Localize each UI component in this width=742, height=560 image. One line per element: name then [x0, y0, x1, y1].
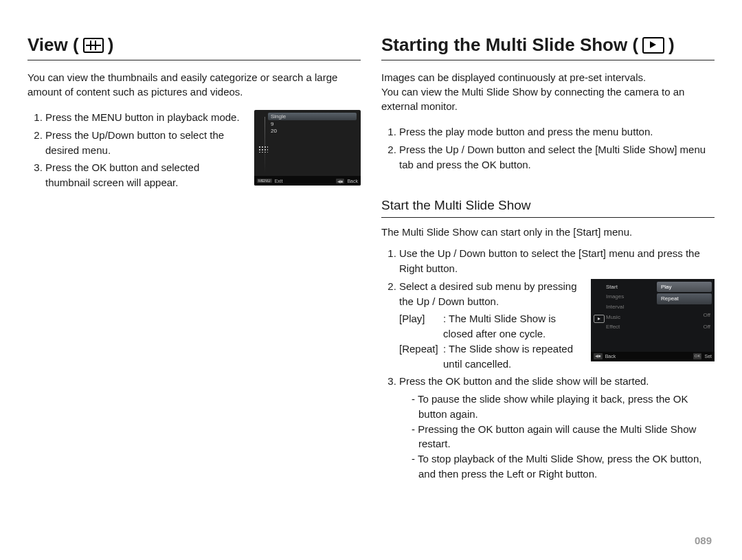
view-title-suffix: )	[108, 34, 114, 56]
note-pause: - To pause the slide show while playing …	[412, 392, 715, 422]
grid-icon-small	[258, 146, 268, 153]
repeat-term: [Repeat]	[399, 341, 439, 372]
start-slideshow-subtitle: Start the Multi Slide Show	[381, 198, 715, 218]
manual-page: View ( ) You can view the thumbnails and…	[0, 0, 742, 560]
view-steps: Press the MENU button in playback mode. …	[27, 110, 246, 193]
start-step-2-text: Select a desired sub menu by pressing th…	[399, 280, 576, 307]
page-number: 089	[695, 535, 712, 546]
play-icon	[642, 37, 664, 54]
back-key-2: ◀■	[594, 353, 603, 359]
view-heading: View ( )	[27, 34, 361, 60]
slideshow-step-1: Press the play mode button and press the…	[399, 124, 715, 139]
start-steps: Use the Up / Down button to select the […	[381, 246, 715, 389]
slideshow-top-steps: Press the play mode button and press the…	[381, 124, 715, 172]
back-key: ◀■	[336, 179, 345, 183]
slideshow-title-prefix: Starting the Multi Slide Show (	[381, 34, 638, 56]
slideshow-title-suffix: )	[668, 34, 675, 56]
view-intro: You can view the thumbnails and easily c…	[27, 70, 361, 99]
set-label: Set	[704, 353, 712, 360]
right-column: Starting the Multi Slide Show ( ) Images…	[381, 34, 715, 539]
slideshow-heading: Starting the Multi Slide Show ( )	[381, 34, 715, 60]
slideshow-screenshot: Start Images Interval Music Effect Play …	[591, 279, 715, 361]
option-play: Play	[657, 282, 712, 293]
back-label-2: Back	[605, 353, 616, 360]
slideshow-step-2: Press the Up / Down button and select th…	[399, 142, 715, 172]
view-title-prefix: View (	[27, 34, 79, 56]
view-screenshot: Single 9 20 MENU Exit ◀■ Back	[254, 110, 361, 186]
menu-start: Start	[606, 283, 650, 291]
val-music: Off	[657, 311, 712, 320]
start-step-1: Use the Up / Down button to select the […	[399, 246, 715, 276]
play-def: : The Multi Slide Show is closed after o…	[443, 311, 584, 341]
view-step-2: Press the Up/Down button to select the d…	[45, 128, 246, 158]
menu-images: Images	[606, 293, 650, 301]
slideshow-intro2: You can view the Multi Slide Show by con…	[381, 85, 715, 113]
menu-interval: Interval	[606, 303, 650, 311]
val-effect: Off	[657, 323, 712, 331]
start-sub-intro: The Multi Slide Show can start only in t…	[381, 225, 715, 239]
note-stop: - To stop playback of the Multi Slide Sh…	[412, 451, 715, 482]
view-step-1: Press the MENU button in playback mode.	[45, 110, 246, 125]
ok-key: OK	[693, 353, 702, 359]
grid-icon	[83, 38, 104, 53]
view-thumb-bottom-bar: MENU Exit ◀■ Back	[254, 176, 361, 186]
play-term: [Play]	[399, 311, 439, 341]
slideshow-thumb-bottom-bar: ◀■ Back OK Set	[591, 352, 715, 361]
menu-item-9: 9	[271, 121, 357, 127]
start-step-3: Press the OK button and the slide show w…	[399, 374, 715, 389]
view-step-3: Press the OK button and selected thumbna…	[45, 160, 246, 190]
option-repeat: Repeat	[657, 293, 712, 304]
view-steps-wrap: Press the MENU button in playback mode. …	[27, 110, 361, 193]
menu-tree-line	[265, 117, 265, 173]
repeat-def: : The Slide show is repeated until cance…	[443, 341, 584, 372]
menu-item-20: 20	[271, 128, 357, 134]
slideshow-left-menu: Start Images Interval Music Effect	[591, 279, 653, 352]
slideshow-right-options: Play Repeat Off Off	[654, 279, 715, 352]
exit-label: Exit	[275, 179, 283, 183]
menu-music: Music	[606, 313, 650, 322]
slideshow-intro1: Images can be displayed continuously at …	[381, 70, 715, 85]
left-column: View ( ) You can view the thumbnails and…	[27, 34, 361, 539]
menu-key: MENU	[257, 179, 272, 183]
back-label: Back	[347, 179, 358, 183]
view-menu-list: Single 9 20	[254, 110, 361, 134]
menu-effect: Effect	[606, 323, 650, 331]
start-step-2: Select a desired sub menu by pressing th…	[399, 279, 715, 372]
menu-item-single: Single	[268, 113, 357, 120]
note-restart: - Pressing the OK button again will caus…	[412, 422, 715, 452]
